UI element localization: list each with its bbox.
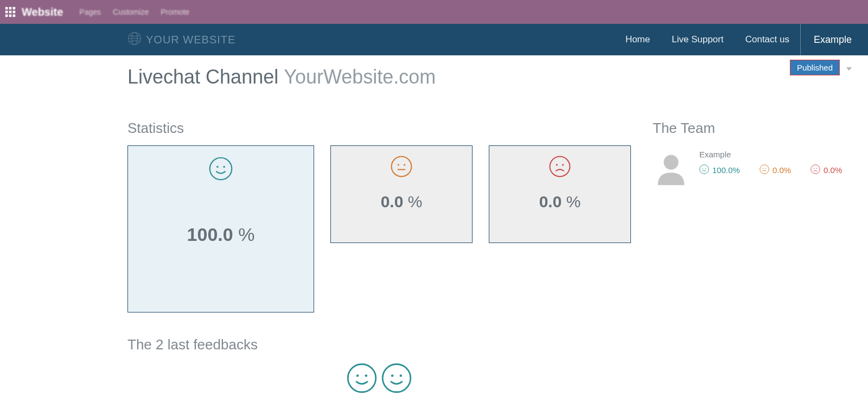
- stat-happy-unit: %: [233, 224, 255, 245]
- site-nav: Home Live Support Contact us Example: [615, 24, 868, 55]
- team-member: Example 100.0% 0.0% 0.0%: [653, 150, 842, 187]
- nav-live-support[interactable]: Live Support: [661, 24, 734, 55]
- statistics-section: Statistics 100.0 % 0.0 %: [127, 120, 631, 395]
- nav-user[interactable]: Example: [801, 24, 868, 55]
- feedbacks-heading: The 2 last feedbacks: [127, 336, 631, 353]
- sad-face-icon: [810, 164, 820, 176]
- stat-sad-unit: %: [561, 193, 580, 210]
- stat-neutral-percent: 0.0 %: [331, 193, 472, 211]
- member-name: Example: [699, 150, 842, 159]
- stat-happy-percent: 100.0 %: [128, 224, 314, 245]
- app-name[interactable]: Website: [22, 6, 63, 18]
- happy-face-icon: [699, 164, 709, 176]
- stat-card-sad: 0.0 %: [489, 145, 631, 243]
- feedback-happy-icon: [347, 363, 377, 395]
- stat-card-neutral: 0.0 %: [330, 145, 473, 243]
- nav-home[interactable]: Home: [615, 24, 661, 55]
- member-stats: 100.0% 0.0% 0.0%: [699, 164, 842, 176]
- feedbacks-row: [127, 363, 631, 395]
- stat-sad-percent: 0.0 %: [489, 193, 630, 211]
- happy-face-icon: [128, 157, 314, 181]
- neutral-face-icon: [760, 164, 769, 176]
- publish-dropdown-caret-icon[interactable]: [846, 67, 852, 71]
- statistics-heading: Statistics: [127, 120, 631, 137]
- stat-card-happy: 100.0 %: [127, 145, 314, 312]
- feedbacks-section: The 2 last feedbacks: [127, 336, 631, 395]
- site-navbar: YOUR WEBSITE Home Live Support Contact u…: [0, 24, 868, 55]
- publish-row: Published: [0, 55, 868, 75]
- stat-neutral-value: 0.0: [381, 193, 404, 210]
- stat-happy-value: 100.0: [187, 224, 233, 245]
- app-topbar: Website Pages Customize Promote: [0, 0, 868, 24]
- stat-neutral-unit: %: [403, 193, 422, 210]
- stat-cards: 100.0 % 0.0 % 0.0 %: [127, 145, 631, 312]
- feedback-happy-icon: [381, 363, 412, 395]
- site-logo[interactable]: YOUR WEBSITE: [127, 31, 235, 48]
- globe-icon: [127, 31, 142, 48]
- nav-contact-us[interactable]: Contact us: [735, 24, 800, 55]
- avatar-icon: [653, 150, 690, 187]
- page-content: Livechat Channel YourWebsite.com Statist…: [0, 66, 868, 395]
- team-heading: The Team: [653, 120, 842, 137]
- site-logo-text: YOUR WEBSITE: [146, 34, 235, 46]
- stat-sad-value: 0.0: [539, 193, 562, 210]
- member-neutral-value: 0.0%: [773, 165, 791, 175]
- topbar-menu-promote[interactable]: Promote: [161, 8, 189, 16]
- published-button[interactable]: Published: [790, 60, 840, 75]
- member-sad-value: 0.0%: [824, 165, 842, 175]
- sad-face-icon: [489, 156, 630, 177]
- topbar-menu-customize[interactable]: Customize: [113, 8, 149, 16]
- member-stat-neutral: 0.0%: [760, 164, 791, 176]
- apps-grid-icon[interactable]: [4, 6, 16, 18]
- member-info: Example 100.0% 0.0% 0.0%: [699, 150, 842, 176]
- member-stat-sad: 0.0%: [810, 164, 842, 176]
- topbar-menu-pages[interactable]: Pages: [79, 8, 101, 16]
- topbar-menu: Pages Customize Promote: [79, 8, 189, 16]
- neutral-face-icon: [331, 156, 472, 177]
- team-section: The Team Example 100.0% 0.0%: [653, 120, 842, 395]
- member-happy-value: 100.0%: [712, 165, 740, 175]
- member-stat-happy: 100.0%: [699, 164, 740, 176]
